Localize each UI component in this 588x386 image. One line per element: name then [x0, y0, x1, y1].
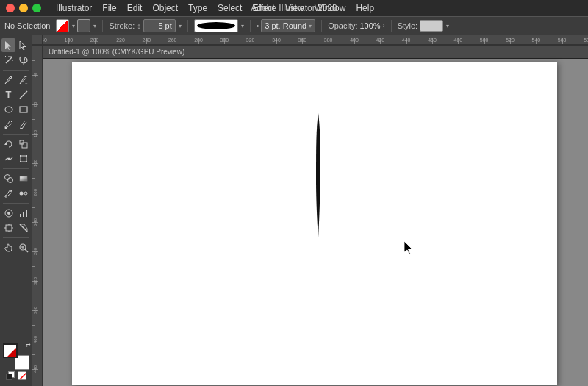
brush-dropdown-arrow[interactable]: ▾: [309, 23, 312, 29]
canvas-area[interactable]: Untitled-1 @ 100% (CMYK/GPU Preview): [43, 46, 588, 386]
title-bar: Illustrator File Edit Object Type Select…: [0, 0, 588, 16]
tool-artboard[interactable]: [1, 221, 15, 235]
stroke-profile-preview[interactable]: [194, 19, 238, 32]
main-area: No Selection ▾ ▾ Stroke: ↕ ▾ ▾: [0, 16, 588, 386]
tool-free-transform[interactable]: [16, 151, 30, 165]
tool-chart[interactable]: [16, 206, 30, 220]
svg-rect-22: [20, 161, 21, 162]
svg-line-41: [20, 224, 27, 232]
tool-shape-builder[interactable]: [1, 171, 15, 185]
svg-text:+: +: [25, 81, 28, 85]
tool-paintbrush[interactable]: [1, 117, 15, 131]
minimize-button[interactable]: [19, 4, 28, 12]
tool-row-warp: [1, 151, 31, 165]
tool-selection[interactable]: [1, 38, 15, 52]
menu-file[interactable]: File: [98, 1, 121, 15]
tool-blend[interactable]: [16, 186, 30, 200]
tool-lasso[interactable]: [16, 53, 30, 67]
tool-row-wand: [1, 53, 31, 67]
menu-effect[interactable]: Effect: [248, 1, 279, 15]
tool-warp[interactable]: [1, 151, 15, 165]
svg-line-8: [24, 57, 25, 65]
tool-row-brush: [1, 117, 31, 131]
tool-row-shape: [1, 102, 31, 116]
tool-magic-wand[interactable]: [1, 53, 15, 67]
close-button[interactable]: [6, 4, 15, 12]
svg-rect-19: [21, 156, 26, 162]
stroke-profile-dropdown-arrow[interactable]: ▾: [241, 23, 244, 29]
svg-point-18: [7, 157, 10, 160]
toolbar: + T: [0, 35, 32, 386]
tool-hand[interactable]: [1, 240, 15, 254]
tool-symbol[interactable]: [1, 206, 15, 220]
menu-type[interactable]: Type: [184, 1, 212, 15]
no-selection-label: No Selection: [4, 21, 50, 30]
fill-dropdown-arrow[interactable]: ▾: [72, 23, 75, 29]
menu-illustrator[interactable]: Illustrator: [51, 1, 96, 15]
tool-ellipse[interactable]: [1, 102, 15, 116]
foreground-color-swatch[interactable]: [3, 343, 18, 358]
svg-marker-2: [20, 41, 26, 50]
stroke-controls: Stroke: ↕ ▾: [109, 19, 181, 32]
tool-zoom[interactable]: [16, 240, 30, 254]
svg-point-14: [4, 126, 7, 129]
style-swatch[interactable]: [420, 20, 443, 32]
menu-help[interactable]: Help: [351, 1, 379, 15]
tool-gradient[interactable]: [16, 171, 30, 185]
stroke-unit-dropdown[interactable]: ▾: [179, 23, 182, 29]
stroke-color-dropdown-arrow[interactable]: ▾: [93, 23, 96, 29]
doc-tab: Untitled-1 @ 100% (CMYK/GPU Preview): [43, 46, 588, 59]
tool-line[interactable]: [16, 87, 30, 101]
svg-rect-20: [20, 155, 21, 157]
menu-object[interactable]: Object: [148, 1, 182, 15]
tool-separator-2: [3, 134, 29, 135]
stroke-color-swatch[interactable]: [77, 19, 90, 32]
menu-bar: Illustrator File Edit Object Type Select…: [51, 1, 379, 15]
tool-text[interactable]: T: [1, 87, 15, 101]
traffic-lights: [6, 4, 41, 12]
tool-eyedropper[interactable]: [1, 186, 15, 200]
menu-select[interactable]: Select: [213, 1, 246, 15]
svg-rect-21: [26, 155, 27, 157]
style-label: Style:: [398, 21, 418, 30]
tool-row-symbol: [1, 206, 31, 220]
maximize-button[interactable]: [32, 4, 41, 12]
stroke-width-input[interactable]: [143, 19, 176, 32]
tool-anchor-add[interactable]: +: [16, 73, 30, 87]
opacity-label: Opacity:: [328, 21, 357, 30]
tool-row-eyedropper: [1, 186, 31, 200]
tool-rotate[interactable]: [1, 137, 15, 151]
svg-point-29: [24, 192, 27, 195]
menu-view[interactable]: View: [281, 1, 309, 15]
color-swatches: ⇄: [3, 340, 29, 383]
tool-row-transform: [1, 137, 31, 151]
swatch-stack: ⇄: [3, 343, 29, 370]
tool-pen[interactable]: [1, 73, 15, 87]
svg-point-24: [4, 174, 10, 179]
style-dropdown-arrow[interactable]: ▾: [446, 23, 449, 29]
tool-slice[interactable]: [16, 221, 30, 235]
tool-direct-selection[interactable]: [16, 38, 30, 52]
svg-marker-1: [5, 41, 11, 50]
canvas-work-area: 4080120160200240280320360400440 Untitled…: [32, 46, 588, 386]
menu-window[interactable]: Window: [310, 1, 351, 15]
fill-swatch[interactable]: [56, 19, 69, 32]
opacity-value: 100%: [359, 21, 380, 30]
none-color-icon[interactable]: [18, 371, 26, 380]
tool-rectangle[interactable]: [16, 102, 30, 116]
tool-row-shapebuilder: [1, 171, 31, 185]
tool-pencil[interactable]: [16, 117, 30, 131]
default-colors-icon[interactable]: [6, 371, 15, 380]
opacity-dropdown-arrow[interactable]: ›: [383, 22, 385, 29]
tool-scale[interactable]: [16, 137, 30, 151]
menu-edit[interactable]: Edit: [123, 1, 147, 15]
tool-separator-1: [3, 70, 29, 71]
work-row: + T: [0, 35, 588, 386]
svg-rect-23: [26, 161, 27, 162]
tool-separator-4: [3, 203, 29, 204]
brush-profile-label: 3 pt. Round: [265, 21, 306, 30]
swap-colors-icon[interactable]: ⇄: [26, 342, 31, 349]
tool-row-text: T: [1, 87, 31, 101]
svg-rect-16: [22, 143, 27, 148]
brush-profile-dropdown[interactable]: 3 pt. Round ▾: [261, 19, 315, 32]
